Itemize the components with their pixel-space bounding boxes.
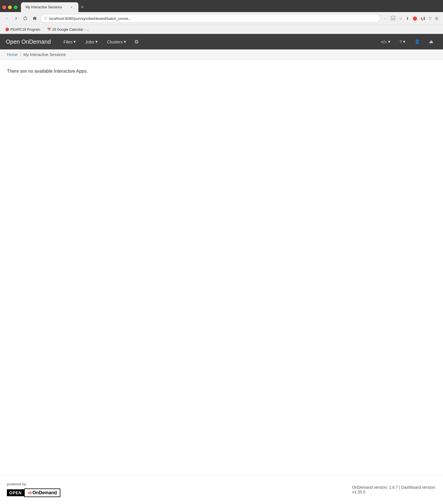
help-dropdown-icon: ▾ xyxy=(403,39,405,44)
home-button[interactable] xyxy=(31,15,38,22)
address-bar-row: ⓘ localhost:8080/pun/sys/dashboard/batch… xyxy=(0,12,443,25)
code-icon: </> xyxy=(381,39,387,44)
download-button[interactable]: ⬇ xyxy=(405,16,410,21)
code-dropdown-icon: ▾ xyxy=(388,39,390,44)
forward-button[interactable] xyxy=(13,15,20,22)
bookmark-google-calendar[interactable]: 📅 29 Google Calendar - ... xyxy=(45,27,91,32)
window-controls xyxy=(2,5,18,9)
nav-help-button[interactable]: ? ▾ xyxy=(396,37,409,47)
ondemand-arrow-icon: ➩ xyxy=(28,490,32,496)
tab-bar: My Interactive Sessions × + xyxy=(0,0,443,12)
app-nav: Open OnDemand Files ▾ Jobs ▾ Clusters ▾ … xyxy=(0,34,443,49)
more-options-button[interactable]: ··· xyxy=(383,16,388,21)
nav-clusters[interactable]: Clusters ▾ xyxy=(103,37,130,47)
nav-right: </> ▾ ? ▾ 👤 ⏏ xyxy=(377,37,437,47)
active-tab[interactable]: My Interactive Sessions × xyxy=(21,2,78,12)
address-info-icon: ⓘ xyxy=(44,16,47,21)
bookmarks-bar: 🔴 PEARC19 Program 📅 29 Google Calendar -… xyxy=(0,25,443,34)
nav-files[interactable]: Files ▾ xyxy=(59,37,80,47)
jobs-dropdown-icon: ▾ xyxy=(95,39,98,44)
nav-menu: Files ▾ Jobs ▾ Clusters ▾ ⧉ xyxy=(59,36,377,47)
breadcrumb-current: My Interactive Sessions xyxy=(23,52,66,57)
pocket-button[interactable] xyxy=(389,15,397,22)
files-dropdown-icon: ▾ xyxy=(74,39,76,44)
extensions-button[interactable]: 🔴 xyxy=(411,16,418,21)
tab-close-button[interactable]: × xyxy=(69,5,74,9)
close-window-button[interactable] xyxy=(2,5,6,9)
nav-files-label: Files xyxy=(63,39,73,44)
hamburger-button[interactable]: ☰ xyxy=(434,16,440,21)
nav-jobs-label: Jobs xyxy=(85,39,94,44)
reload-button[interactable] xyxy=(22,15,29,22)
app-logo[interactable]: Open OnDemand xyxy=(6,39,51,45)
page-wrapper: Home / My Interactive Sessions There are… xyxy=(0,49,443,504)
main-content: There are no available Interactive Apps. xyxy=(0,60,443,232)
nav-jobs[interactable]: Jobs ▾ xyxy=(81,37,102,47)
powered-by-text: powered by xyxy=(7,482,60,486)
interactive-apps-icon: ⧉ xyxy=(135,39,138,45)
nav-clusters-label: Clusters xyxy=(107,39,123,44)
footer-version: OnDemand version: 1.6.7 | Dashboard vers… xyxy=(352,485,436,494)
nav-code-button[interactable]: </> ▾ xyxy=(377,37,394,47)
no-apps-message: There are no available Interactive Apps. xyxy=(7,69,436,74)
breadcrumb-home-link[interactable]: Home xyxy=(7,52,18,57)
footer: powered by OPEN ➩ OnDemand OnDemand vers… xyxy=(0,475,443,504)
version-text: OnDemand version: 1.6.7 | Dashboard vers… xyxy=(352,485,436,490)
logout-icon: ⏏ xyxy=(429,39,433,44)
nav-user-button[interactable]: 👤 xyxy=(411,37,424,47)
bookmark-pearc19[interactable]: 🔴 PEARC19 Program xyxy=(3,27,42,32)
address-text: localhost:8080/pun/sys/dashboard/batch_c… xyxy=(49,16,377,21)
svg-rect-0 xyxy=(391,16,395,20)
calendar-icon: 📅 xyxy=(47,28,51,31)
minimize-window-button[interactable] xyxy=(8,5,12,9)
pearc19-icon: 🔴 xyxy=(5,28,9,31)
nav-logout-button[interactable]: ⏏ xyxy=(425,37,437,47)
notification-button[interactable]: 📢 xyxy=(419,16,426,21)
open-ondemand-badge: OPEN ➩ OnDemand xyxy=(7,488,60,497)
vpn-button[interactable]: ▽ xyxy=(427,16,433,21)
nav-interactive-apps[interactable]: ⧉ xyxy=(131,36,142,47)
help-icon: ? xyxy=(400,39,402,44)
breadcrumb-bar: Home / My Interactive Sessions xyxy=(0,49,443,60)
breadcrumb-separator: / xyxy=(20,52,21,57)
footer-left: powered by OPEN ➩ OnDemand xyxy=(7,482,60,497)
back-button[interactable] xyxy=(3,15,10,22)
browser-chrome: My Interactive Sessions × + ⓘ localhost:… xyxy=(0,0,443,34)
tab-title: My Interactive Sessions xyxy=(26,5,62,9)
address-bar[interactable]: ⓘ localhost:8080/pun/sys/dashboard/batch… xyxy=(40,14,380,23)
bookmark-pearc19-label: PEARC19 Program xyxy=(10,28,40,32)
version-number: v1.35.0 xyxy=(352,490,436,494)
ondemand-badge: ➩ OnDemand xyxy=(24,488,60,497)
bookmark-calendar-label: 29 Google Calendar - ... xyxy=(52,28,89,32)
user-icon: 👤 xyxy=(415,39,420,44)
new-tab-button[interactable]: + xyxy=(78,3,86,11)
maximize-window-button[interactable] xyxy=(14,5,18,9)
breadcrumb: Home / My Interactive Sessions xyxy=(7,52,436,57)
open-badge: OPEN xyxy=(7,489,24,496)
address-bar-actions: ··· ☆ ⬇ 🔴 📢 ▽ ☰ xyxy=(383,15,440,22)
clusters-dropdown-icon: ▾ xyxy=(124,39,126,44)
ondemand-text: OnDemand xyxy=(32,490,57,495)
bookmark-button[interactable]: ☆ xyxy=(398,16,404,21)
